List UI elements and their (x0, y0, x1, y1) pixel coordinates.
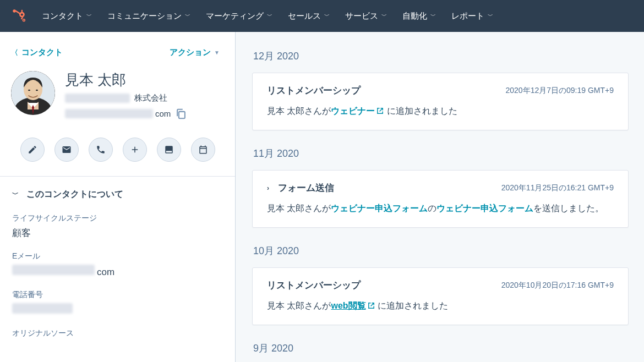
nav-label: レポート (451, 11, 484, 21)
chevron-right-icon[interactable]: › (267, 184, 272, 192)
add-button[interactable] (123, 138, 147, 162)
contact-company: 株式会社 (65, 93, 224, 103)
field-value[interactable] (12, 303, 223, 316)
email-button[interactable] (54, 138, 79, 162)
top-nav: コンタクト﹀コミュニケーション﹀マーケティング﹀セールス﹀サービス﹀自動化﹀レポ… (0, 0, 644, 32)
nav-item[interactable]: コンタクト﹀ (42, 11, 92, 21)
svg-point-4 (23, 19, 25, 21)
card-body: 見本 太郎さんがweb閲覧 に追加されました (267, 299, 614, 312)
timeline-link[interactable]: ウェビナー申込フォーム (436, 204, 533, 213)
svg-point-11 (28, 90, 30, 91)
hubspot-logo-icon[interactable] (12, 9, 26, 23)
nav-label: 自動化 (402, 11, 427, 21)
nav-item[interactable]: セールス﹀ (288, 11, 330, 21)
contact-name: 見本 太郎 (65, 71, 224, 90)
timeline-link[interactable]: ウェビナー (331, 106, 375, 116)
field-label: ライフサイクルステージ (12, 213, 223, 223)
company-suffix: 株式会社 (134, 93, 167, 103)
chevron-down-icon: ﹀ (488, 12, 493, 20)
chevron-down-icon: ﹀ (12, 190, 19, 199)
card-timestamp: 2020年10月20日の17:16 GMT+9 (501, 281, 614, 290)
timeline-card[interactable]: リストメンバーシップ2020年10月20日の17:16 GMT+9見本 太郎さん… (252, 267, 629, 325)
field-label: 電話番号 (12, 290, 223, 300)
nav-item[interactable]: レポート﹀ (451, 11, 493, 21)
nav-item[interactable]: マーケティング﹀ (206, 11, 272, 21)
timeline-link[interactable]: ウェビナー申込フォーム (331, 204, 428, 213)
about-field: オリジナルソース (12, 328, 223, 338)
external-link-icon (367, 301, 375, 310)
call-button[interactable] (89, 138, 113, 162)
card-body: 見本 太郎さんがウェビナー申込フォームのウェビナー申込フォームを送信しました。 (267, 202, 614, 215)
field-label: Eメール (12, 251, 223, 261)
email-suffix: com (155, 109, 171, 118)
contact-action-row (0, 128, 235, 176)
card-timestamp: 2020年11月25日の16:21 GMT+9 (501, 183, 614, 193)
chevron-down-icon: ﹀ (86, 12, 92, 20)
about-field: ライフサイクルステージ顧客 (12, 213, 223, 239)
chevron-down-icon: ﹀ (267, 12, 272, 20)
nav-item[interactable]: サービス﹀ (345, 11, 387, 21)
chevron-left-icon: 〈 (11, 48, 18, 58)
field-value[interactable]: com (12, 265, 223, 278)
card-title: リストメンバーシップ (267, 84, 361, 97)
timeline-card[interactable]: リストメンバーシップ2020年12月7日の09:19 GMT+9見本 太郎さんが… (252, 73, 629, 130)
actions-label: アクション (170, 47, 211, 58)
nav-item[interactable]: コミュニケーション﹀ (107, 11, 190, 21)
task-button[interactable] (157, 138, 181, 162)
about-toggle[interactable]: ﹀ このコンタクトについて (12, 189, 223, 200)
timeline-month-heading: 12月 2020 (253, 50, 629, 63)
copy-icon[interactable] (175, 108, 187, 120)
nav-label: マーケティング (206, 11, 264, 21)
note-button[interactable] (20, 138, 45, 162)
field-value[interactable]: 顧客 (12, 227, 223, 239)
svg-rect-13 (179, 112, 185, 118)
about-field: 電話番号 (12, 290, 223, 316)
nav-label: コンタクト (42, 11, 83, 21)
nav-label: コミュニケーション (107, 11, 182, 21)
timeline-month-heading: 10月 2020 (253, 244, 629, 257)
card-title: リストメンバーシップ (267, 279, 361, 292)
svg-point-1 (21, 13, 23, 15)
back-label: コンタクト (21, 47, 63, 58)
chevron-down-icon: ﹀ (430, 12, 436, 20)
meeting-button[interactable] (191, 138, 215, 162)
nav-label: サービス (345, 11, 378, 21)
contact-sidebar: 〈 コンタクト アクション ▼ 見本 太郎 株式会社 com (0, 32, 236, 362)
svg-point-12 (36, 90, 38, 91)
field-label: オリジナルソース (12, 328, 223, 338)
chevron-down-icon: ﹀ (324, 12, 330, 20)
nav-item[interactable]: 自動化﹀ (402, 11, 436, 21)
chevron-down-icon: ▼ (214, 50, 220, 56)
svg-rect-5 (15, 10, 20, 14)
about-heading: このコンタクトについて (26, 189, 123, 200)
chevron-down-icon: ﹀ (185, 12, 190, 20)
about-section: ﹀ このコンタクトについて ライフサイクルステージ顧客Eメールcom電話番号オリ… (0, 176, 235, 350)
actions-dropdown[interactable]: アクション ▼ (170, 47, 220, 58)
timeline-month-heading: 9月 2020 (253, 342, 629, 355)
about-field: Eメールcom (12, 251, 223, 278)
external-link-icon (376, 107, 384, 115)
contact-avatar[interactable] (11, 71, 55, 115)
contact-email: com (65, 108, 224, 120)
chevron-down-icon: ﹀ (381, 12, 387, 20)
svg-point-6 (13, 9, 16, 13)
timeline-month-heading: 11月 2020 (253, 147, 629, 160)
card-body: 見本 太郎さんがウェビナー に追加されました (267, 105, 614, 118)
svg-rect-2 (21, 10, 23, 13)
card-title: ›フォーム送信 (267, 182, 334, 194)
activity-timeline: 12月 2020リストメンバーシップ2020年12月7日の09:19 GMT+9… (236, 32, 644, 362)
nav-label: セールス (288, 11, 321, 21)
card-timestamp: 2020年12月7日の09:19 GMT+9 (506, 86, 614, 96)
back-to-contacts-link[interactable]: 〈 コンタクト (11, 47, 63, 58)
timeline-card[interactable]: ›フォーム送信2020年11月25日の16:21 GMT+9見本 太郎さんがウェ… (252, 170, 629, 228)
timeline-link[interactable]: web閲覧 (331, 301, 365, 310)
